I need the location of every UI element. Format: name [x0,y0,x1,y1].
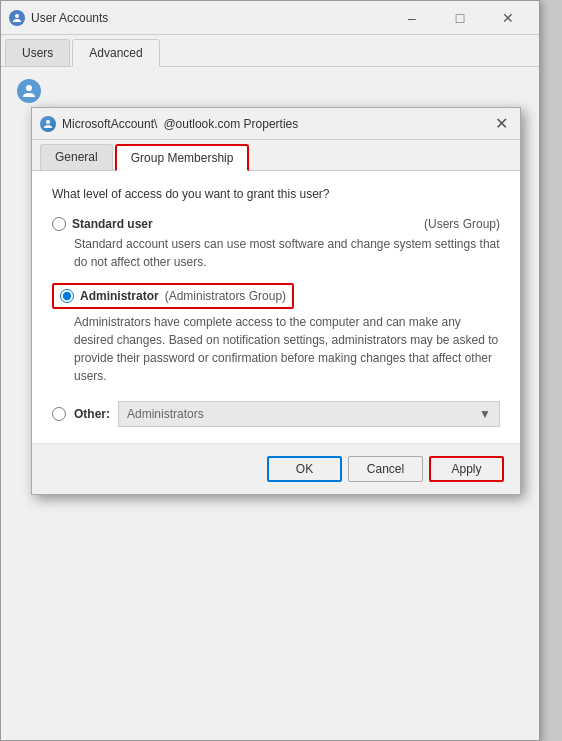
titlebar-left: User Accounts [9,10,108,26]
cancel-button[interactable]: Cancel [348,456,423,482]
standard-user-option: Standard user (Users Group) Standard acc… [52,217,500,271]
standard-user-group: (Users Group) [424,217,500,231]
avatar [17,79,41,103]
svg-point-0 [15,14,19,18]
inner-tabs: General Group Membership [32,140,520,171]
maximize-button[interactable]: □ [437,4,483,32]
inner-dialog: MicrosoftAccount\ @outlook.com Propertie… [31,107,521,495]
tab-advanced[interactable]: Advanced [72,39,159,67]
svg-point-1 [26,85,32,91]
close-button[interactable]: ✕ [485,4,531,32]
outer-title: User Accounts [31,11,108,25]
administrator-description: Administrators have complete access to t… [74,313,500,385]
ok-button[interactable]: OK [267,456,342,482]
standard-user-radio[interactable] [52,217,66,231]
inner-title-suffix: @outlook.com Properties [163,117,298,131]
inner-app-icon [40,116,56,132]
dialog-buttons: OK Cancel Apply [32,443,520,494]
outer-tabs: Users Advanced [1,35,539,67]
other-label: Other: [74,407,110,421]
other-radio[interactable] [52,407,66,421]
administrator-label: Administrator [80,289,159,303]
minimize-button[interactable]: – [389,4,435,32]
inner-title-prefix: MicrosoftAccount\ [62,117,157,131]
titlebar-controls: – □ ✕ [389,4,531,32]
administrator-header: Administrator (Administrators Group) [52,283,294,309]
other-dropdown-value: Administrators [127,407,204,421]
tab-group-membership[interactable]: Group Membership [115,144,250,171]
standard-user-description: Standard account users can use most soft… [74,235,500,271]
other-dropdown[interactable]: Administrators ▼ [118,401,500,427]
other-option: Other: Administrators ▼ [52,401,500,427]
standard-user-header: Standard user (Users Group) [52,217,500,231]
tab-users[interactable]: Users [5,39,70,66]
apply-button[interactable]: Apply [429,456,504,482]
inner-content: What level of access do you want to gran… [32,171,520,443]
outer-titlebar: User Accounts – □ ✕ [1,1,539,35]
dropdown-chevron-icon: ▼ [479,407,491,421]
outer-window: User Accounts – □ ✕ Users Advanced [0,0,540,741]
tab-general[interactable]: General [40,144,113,170]
administrator-radio[interactable] [60,289,74,303]
app-icon [9,10,25,26]
administrator-main: Administrator (Administrators Group) Adm… [52,283,500,385]
access-question: What level of access do you want to gran… [52,187,500,201]
inner-titlebar: MicrosoftAccount\ @outlook.com Propertie… [32,108,520,140]
svg-point-2 [46,120,50,124]
administrator-option: Administrator (Administrators Group) Adm… [52,283,500,385]
administrator-group: (Administrators Group) [165,289,286,303]
list-item [9,75,531,107]
outer-content: MicrosoftAccount\ @outlook.com Propertie… [1,67,539,738]
standard-user-main: Standard user (Users Group) Standard acc… [52,217,500,271]
standard-user-label: Standard user [72,217,153,231]
inner-close-button[interactable]: ✕ [490,113,512,135]
inner-title: MicrosoftAccount\ @outlook.com Propertie… [40,116,298,132]
